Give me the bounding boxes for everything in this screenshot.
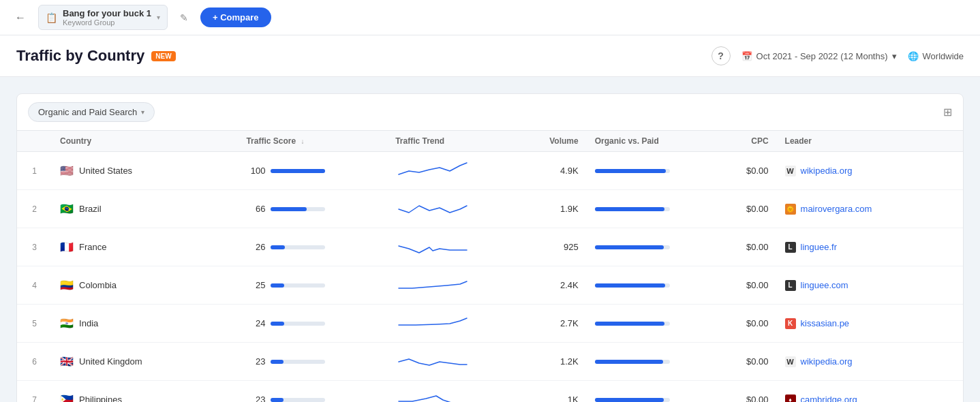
leader-domain[interactable]: linguee.fr <box>801 242 837 252</box>
header-controls: ? 📅 Oct 2021 - Sep 2022 (12 Months) ▾ 🌐 … <box>711 46 964 65</box>
row-organic-paid <box>587 343 711 381</box>
worldwide-button[interactable]: 🌐 Worldwide <box>908 51 964 61</box>
leader-domain[interactable]: kissasian.pe <box>801 318 850 328</box>
score-value: 66 <box>246 204 265 214</box>
globe-icon: 🌐 <box>908 51 919 61</box>
col-organic-paid: Organic vs. Paid <box>587 131 711 152</box>
table-row: 1 🇺🇸 United States 100 4.9K <box>17 152 963 190</box>
date-range-button[interactable]: 📅 Oct 2021 - Sep 2022 (12 Months) ▾ <box>741 51 897 61</box>
country-name: Colombia <box>79 280 117 290</box>
leader-logo: L <box>785 242 796 253</box>
row-traffic-trend <box>387 190 521 228</box>
row-volume: 1.9K <box>521 190 587 228</box>
row-cpc: $0.00 <box>711 266 777 305</box>
score-bar <box>271 360 283 364</box>
country-flag: 🇫🇷 <box>60 241 74 253</box>
score-bar <box>271 322 284 326</box>
page-title-area: Traffic by Country NEW <box>16 47 176 65</box>
row-organic-paid <box>587 305 711 343</box>
organic-bar <box>595 398 664 402</box>
score-bar <box>271 283 284 288</box>
row-traffic-score: 23 <box>238 343 387 381</box>
country-name: Philippines <box>79 395 122 402</box>
leader-logo: K <box>785 318 796 329</box>
leader-logo: ♦ <box>785 395 796 403</box>
row-traffic-trend <box>387 381 521 403</box>
row-num: 2 <box>17 190 52 228</box>
score-value: 26 <box>246 242 265 252</box>
keyword-group-icon: 📋 <box>46 12 57 23</box>
row-country: 🇧🇷 Brazil <box>52 190 238 228</box>
keyword-group-tag[interactable]: 📋 Bang for your buck 1 Keyword Group ▾ <box>38 5 168 30</box>
score-value: 24 <box>246 318 265 328</box>
leader-logo: W <box>785 356 796 367</box>
country-name: United States <box>79 166 132 176</box>
chevron-down-icon: ▾ <box>141 108 144 116</box>
back-button[interactable]: ← <box>11 8 30 27</box>
row-traffic-score: 25 <box>238 266 387 305</box>
score-bar <box>271 169 325 173</box>
row-leader: 🌞 mairovergara.com <box>777 190 963 228</box>
col-country: Country <box>52 131 238 152</box>
export-button[interactable]: ⊞ <box>943 106 952 119</box>
row-cpc: $0.00 <box>711 343 777 381</box>
country-flag: 🇺🇸 <box>60 164 74 177</box>
edit-button[interactable]: ✎ <box>176 10 192 26</box>
leader-domain[interactable]: wikipedia.org <box>801 166 853 176</box>
score-value: 23 <box>246 356 265 367</box>
help-button[interactable]: ? <box>711 46 731 65</box>
page-title: Traffic by Country <box>16 47 144 65</box>
row-num: 5 <box>17 305 52 343</box>
row-country: 🇵🇭 Philippines <box>52 381 238 403</box>
leader-domain[interactable]: wikipedia.org <box>801 356 853 367</box>
keyword-group-title: Bang for your buck 1 <box>63 8 151 18</box>
row-country: 🇫🇷 France <box>52 228 238 266</box>
row-country: 🇮🇳 India <box>52 305 238 343</box>
leader-domain[interactable]: linguee.com <box>801 280 848 290</box>
leader-logo: W <box>785 166 796 176</box>
row-organic-paid <box>587 152 711 190</box>
country-name: United Kingdom <box>79 356 142 367</box>
organic-bar <box>595 169 667 173</box>
row-traffic-trend <box>387 305 521 343</box>
compare-button[interactable]: + Compare <box>200 7 271 27</box>
row-cpc: $0.00 <box>711 381 777 403</box>
col-traffic-trend: Traffic Trend <box>387 131 521 152</box>
row-cpc: $0.00 <box>711 152 777 190</box>
page-header: Traffic by Country NEW ? 📅 Oct 2021 - Se… <box>0 35 980 77</box>
row-traffic-score: 26 <box>238 228 387 266</box>
organic-bar <box>595 283 665 288</box>
content-area: Organic and Paid Search ▾ ⊞ Country Traf… <box>0 77 980 402</box>
sort-icon: ↓ <box>301 138 305 145</box>
row-volume: 2.4K <box>521 266 587 305</box>
row-volume: 1.2K <box>521 343 587 381</box>
organic-bar <box>595 207 664 211</box>
col-volume: Volume <box>521 131 587 152</box>
country-name: Brazil <box>79 204 102 214</box>
country-flag: 🇧🇷 <box>60 202 74 215</box>
table-row: 5 🇮🇳 India 24 2.7K <box>17 305 963 343</box>
row-traffic-score: 66 <box>238 190 387 228</box>
country-flag: 🇬🇧 <box>60 355 74 368</box>
row-volume: 2.7K <box>521 305 587 343</box>
score-value: 25 <box>246 280 265 290</box>
score-bar <box>271 207 307 211</box>
table-body: 1 🇺🇸 United States 100 4.9K <box>17 152 963 403</box>
row-num: 3 <box>17 228 52 266</box>
row-country: 🇨🇴 Colombia <box>52 266 238 305</box>
row-num: 7 <box>17 381 52 403</box>
table-toolbar: Organic and Paid Search ▾ ⊞ <box>17 94 963 131</box>
table-row: 7 🇵🇭 Philippines 23 1K <box>17 381 963 403</box>
country-flag: 🇵🇭 <box>60 393 74 402</box>
table-row: 4 🇨🇴 Colombia 25 2.4K <box>17 266 963 305</box>
leader-domain[interactable]: mairovergara.com <box>801 204 872 214</box>
leader-domain[interactable]: cambridge.org <box>801 395 857 402</box>
row-volume: 4.9K <box>521 152 587 190</box>
row-num: 4 <box>17 266 52 305</box>
row-country: 🇺🇸 United States <box>52 152 238 190</box>
organic-bar <box>595 245 664 249</box>
filter-button[interactable]: Organic and Paid Search ▾ <box>28 102 155 122</box>
row-traffic-trend <box>387 266 521 305</box>
row-traffic-score: 23 <box>238 381 387 403</box>
table-row: 6 🇬🇧 United Kingdom 23 1.2K <box>17 343 963 381</box>
